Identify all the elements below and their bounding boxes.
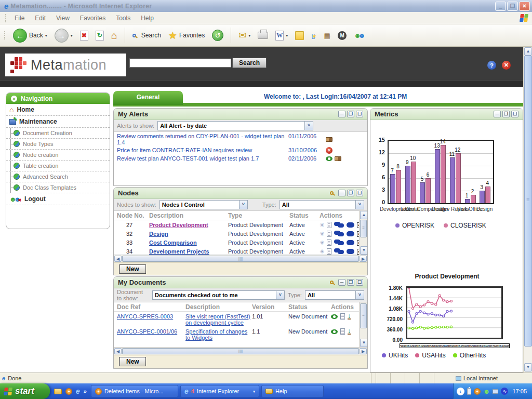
chevron-down-icon[interactable]: ˅ — [355, 201, 364, 209]
doc-ref-link[interactable]: ANYCO-SPRES-0003 — [117, 313, 173, 320]
document-icon[interactable] — [327, 248, 331, 255]
metamation-tool-button[interactable]: M — [336, 30, 349, 41]
menu-favorites[interactable]: Favorites — [75, 13, 110, 23]
discussion-icon[interactable] — [334, 248, 344, 255]
menu-help[interactable]: Help — [136, 13, 158, 23]
view-icon[interactable] — [326, 156, 332, 161]
home-button[interactable]: ⌂ — [109, 29, 119, 42]
panel-minimize-icon[interactable]: ─ — [494, 111, 501, 117]
scroll-right-icon[interactable]: ▶ — [360, 256, 367, 262]
history-button[interactable]: ↺ — [210, 29, 225, 42]
panel-minimize-icon[interactable]: ─ — [338, 111, 345, 117]
alert-link[interactable]: Review test plan ANYCO-TEST-001 widget t… — [117, 155, 288, 162]
browser-vertical-scrollbar[interactable]: ▲ ▼ — [523, 47, 532, 373]
chevron-down-icon[interactable]: ˅ — [304, 122, 313, 130]
doc-ref-link[interactable]: ANYCO-SPEC-0001/06 — [117, 328, 177, 335]
panel-restore-icon[interactable]: ❐ — [347, 111, 354, 117]
wave-icon[interactable]: ∿ — [501, 388, 508, 395]
documents-filter-dropdown[interactable]: Documents checked out to me ˅ — [152, 290, 285, 300]
close-button[interactable]: ✕ — [519, 2, 530, 11]
scroll-left-icon[interactable]: ◀ — [114, 256, 122, 262]
node-link[interactable]: Development Projects — [149, 248, 209, 255]
panel-maximize-icon[interactable]: ☐ — [356, 111, 363, 117]
documents-type-dropdown[interactable]: All ˅ — [305, 290, 364, 300]
sidebar-item-node-creation[interactable]: Node creation — [6, 150, 110, 161]
menu-file[interactable]: File — [10, 13, 29, 23]
scroll-thumb[interactable]: |||| — [122, 348, 359, 354]
chevron-down-icon[interactable]: ˅ — [355, 291, 364, 299]
panel-minimize-icon[interactable]: ─ — [338, 279, 345, 286]
tray-chevron-icon[interactable]: ‹ — [457, 388, 464, 395]
print-button[interactable] — [256, 31, 270, 40]
risk-icon[interactable]: ✳ — [320, 222, 324, 228]
panel-minimize-icon[interactable]: ─ — [338, 190, 345, 196]
comment-icon[interactable] — [347, 249, 354, 254]
refresh-button[interactable]: ↻ — [94, 30, 106, 42]
book-icon[interactable] — [326, 137, 332, 142]
node-link[interactable]: Product Development — [149, 222, 208, 228]
scroll-right-icon[interactable]: ▶ — [360, 348, 367, 354]
back-dropdown-icon[interactable]: ▾ — [45, 33, 47, 38]
logout-close-icon[interactable]: ✕ — [502, 61, 511, 70]
restore-button[interactable]: ❐ — [507, 2, 518, 11]
battery-icon[interactable] — [467, 388, 471, 395]
taskbar-task-deleted-items[interactable]: Deleted Items - Micro... — [91, 385, 178, 397]
nodes-new-button[interactable]: New — [119, 264, 146, 274]
outlook-clock-icon[interactable] — [65, 388, 72, 395]
sidebar-item-document-creation[interactable]: Document Creation — [6, 128, 110, 139]
scroll-down-icon[interactable]: ▼ — [524, 363, 532, 371]
view-icon[interactable] — [331, 314, 338, 319]
panel-maximize-icon[interactable]: ☐ — [356, 190, 363, 196]
scroll-thumb[interactable] — [524, 56, 532, 347]
chevron-down-icon[interactable]: ▾ — [253, 389, 255, 394]
minimize-button[interactable]: _ — [495, 2, 506, 11]
comment-icon[interactable] — [347, 231, 354, 236]
document-icon[interactable] — [327, 240, 331, 246]
chevron-down-icon[interactable]: ˅ — [276, 291, 284, 299]
ie-quicklaunch-icon[interactable]: e — [76, 387, 80, 395]
node-link[interactable]: Design — [149, 231, 168, 237]
messenger-note-button[interactable] — [293, 30, 306, 41]
nodes-vertical-scrollbar[interactable]: ▲ ≡ ▼ — [359, 211, 367, 255]
folder-icon[interactable] — [54, 389, 62, 394]
chevron-more-icon[interactable]: » — [84, 388, 87, 394]
panel-restore-icon[interactable]: ❐ — [502, 111, 510, 117]
alert-link[interactable]: Price for item CONTRACT-RATE-IAN require… — [117, 147, 288, 154]
document-icon[interactable] — [327, 231, 331, 237]
messenger-status-icon[interactable]: ☻ — [483, 388, 490, 395]
search-icon[interactable] — [330, 191, 334, 195]
doc-description-link[interactable]: Site visit report (FastTest) on developm… — [185, 313, 250, 326]
panel-restore-icon[interactable]: ❐ — [347, 190, 354, 196]
risk-icon[interactable]: ✳ — [320, 231, 324, 237]
mail-button[interactable]: ✉▾ — [236, 29, 252, 42]
risk-icon[interactable]: ✳ — [320, 249, 324, 255]
panel-maximize-icon[interactable]: ☐ — [511, 111, 518, 117]
node-link[interactable]: Cost Comparison — [149, 240, 197, 246]
scroll-down-icon[interactable]: ▼ — [360, 339, 367, 347]
header-search-button[interactable]: Search — [232, 58, 267, 68]
network-icon[interactable] — [493, 389, 498, 394]
document-icon[interactable] — [340, 313, 345, 320]
comment-icon[interactable] — [347, 240, 354, 245]
taskbar-task-internet-explorer[interactable]: e 4 Internet Explorer ▾ — [180, 385, 259, 397]
nodes-type-dropdown[interactable]: All ˅ — [280, 200, 364, 209]
menu-tools[interactable]: Tools — [111, 13, 135, 23]
scroll-up-icon[interactable]: ▲ — [360, 211, 367, 219]
chevron-down-icon[interactable]: ˅ — [239, 201, 247, 209]
document-icon[interactable] — [340, 328, 345, 335]
scroll-left-icon[interactable]: ◀ — [114, 348, 122, 354]
header-search-input[interactable] — [129, 58, 231, 68]
mobile-favorites-button[interactable]: ▯★ — [309, 31, 318, 41]
scroll-thumb[interactable]: ≡ — [360, 220, 367, 237]
comment-icon[interactable] — [347, 222, 354, 228]
discussion-icon[interactable] — [334, 240, 344, 246]
panel-maximize-icon[interactable]: ☐ — [356, 279, 363, 286]
view-icon[interactable] — [331, 329, 338, 334]
menu-edit[interactable]: Edit — [30, 13, 50, 23]
documents-horizontal-scrollbar[interactable]: ◀ |||| ▶ — [114, 347, 367, 355]
sidebar-item-home[interactable]: ⌂ Home — [6, 104, 110, 116]
documents-new-button[interactable]: New — [119, 357, 146, 366]
discussion-icon[interactable] — [334, 222, 344, 228]
favorites-button[interactable]: ★ Favorites — [166, 29, 207, 43]
start-button[interactable]: start — [0, 383, 50, 399]
